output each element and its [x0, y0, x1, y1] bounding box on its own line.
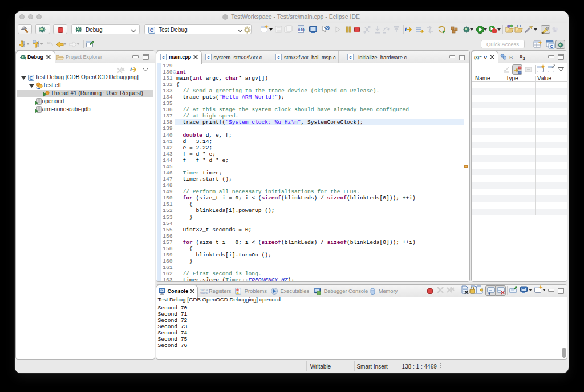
svg-text:0101: 0101: [200, 291, 208, 295]
svg-text:C: C: [550, 44, 553, 48]
